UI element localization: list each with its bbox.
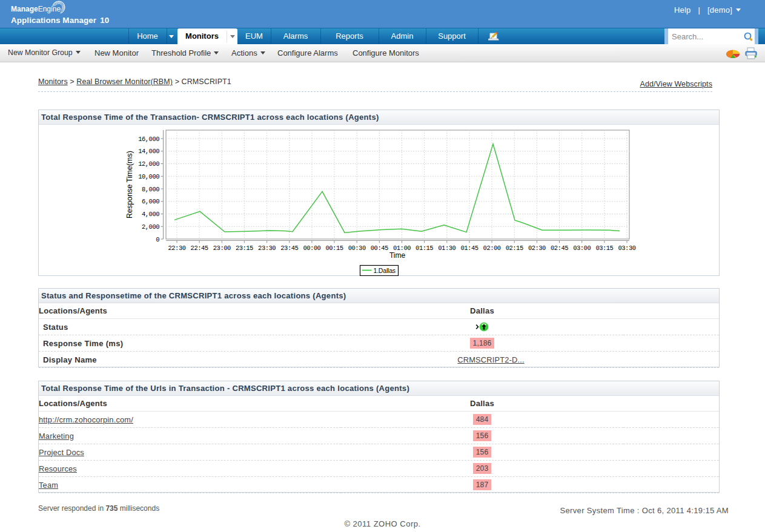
svg-text:00:00: 00:00 <box>303 245 320 252</box>
svg-text:03:00: 03:00 <box>573 245 591 252</box>
svg-text:02:45: 02:45 <box>551 245 568 252</box>
svg-text:03:15: 03:15 <box>595 245 613 252</box>
svg-text:02:30: 02:30 <box>528 245 546 252</box>
svg-text:10,000: 10,000 <box>138 173 159 180</box>
svg-text:2,000: 2,000 <box>142 223 159 231</box>
svg-text:22:45: 22:45 <box>191 245 208 252</box>
svg-text:00:45: 00:45 <box>371 245 388 252</box>
svg-text:01:30: 01:30 <box>438 245 455 252</box>
svg-text:0: 0 <box>156 236 159 243</box>
svg-text:23:30: 23:30 <box>258 245 276 252</box>
svg-text:02:00: 02:00 <box>483 245 501 252</box>
svg-text:23:45: 23:45 <box>280 245 298 252</box>
svg-text:6,000: 6,000 <box>142 198 159 205</box>
svg-text:Time: Time <box>389 251 406 260</box>
svg-text:00:30: 00:30 <box>348 245 366 252</box>
svg-text:Response Time(ms): Response Time(ms) <box>125 151 134 218</box>
svg-text:12,000: 12,000 <box>138 160 159 168</box>
svg-text:14,000: 14,000 <box>138 148 159 155</box>
svg-text:02:15: 02:15 <box>506 245 523 252</box>
svg-text:23:15: 23:15 <box>236 245 253 252</box>
svg-text:8,000: 8,000 <box>142 186 159 193</box>
svg-text:22:30: 22:30 <box>168 245 185 252</box>
svg-text:16,000: 16,000 <box>138 136 159 143</box>
svg-text:23:00: 23:00 <box>213 245 231 252</box>
svg-text:03:30: 03:30 <box>618 245 635 252</box>
svg-text:01:15: 01:15 <box>416 245 433 252</box>
svg-text:01:45: 01:45 <box>460 245 478 252</box>
svg-text:1.Dallas: 1.Dallas <box>374 267 396 274</box>
svg-text:00:15: 00:15 <box>325 245 343 252</box>
svg-text:4,000: 4,000 <box>142 211 159 218</box>
